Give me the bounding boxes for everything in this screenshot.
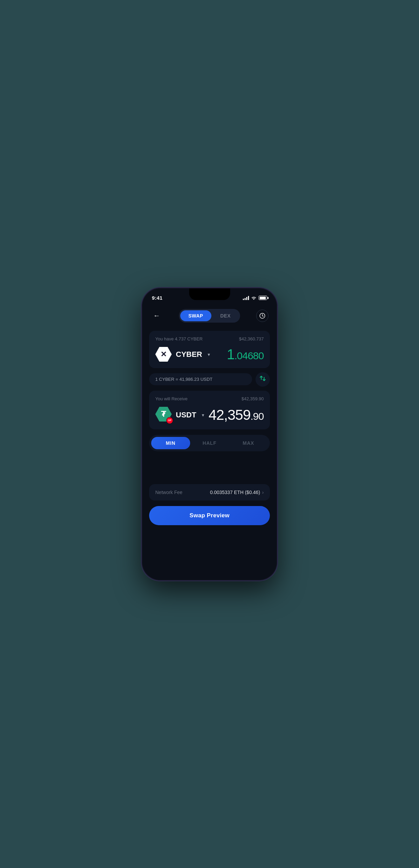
exchange-rate-row: 1 CYBER = 41,986.23 USDT (149, 372, 270, 387)
main-content: You have 4.737 CYBER $42,360.737 ✕ CYBER… (142, 328, 277, 580)
half-button[interactable]: HALF (190, 437, 229, 449)
swap-arrows-icon (259, 375, 266, 384)
to-amount-whole: 42,359 (209, 407, 250, 423)
to-token-dropdown-icon: ▾ (202, 412, 204, 418)
tab-dex[interactable]: DEX (212, 310, 239, 321)
fee-value: 0.0035337 ETH ($0.46) (210, 490, 260, 495)
from-label: You have 4.737 CYBER (155, 336, 202, 341)
to-label-row: You will Receive $42,359.90 (155, 396, 264, 401)
wifi-icon (251, 295, 257, 301)
fee-value-row: 0.0035337 ETH ($0.46) › (210, 490, 264, 495)
to-amount-decimal: .90 (250, 411, 264, 422)
to-usd-value: $42,359.90 (241, 396, 264, 401)
status-icons (243, 295, 267, 301)
to-token-name: USDT (176, 411, 196, 419)
to-token-selector[interactable]: ₮ OP USDT ▾ (155, 406, 204, 424)
to-token-row: ₮ OP USDT ▾ 42,359.90 (155, 406, 264, 424)
tab-swap[interactable]: SWAP (180, 310, 211, 321)
back-button[interactable]: ← (150, 310, 163, 322)
amount-buttons-container: MIN HALF MAX (149, 435, 270, 451)
to-section: You will Receive $42,359.90 ₮ OP (149, 391, 270, 429)
exchange-rate-pill: 1 CYBER = 41,986.23 USDT (149, 373, 252, 385)
from-amount[interactable]: 1.04680 (227, 346, 264, 363)
bottom-padding (149, 532, 270, 535)
fee-chevron-icon: › (262, 490, 264, 495)
to-label: You will Receive (155, 396, 187, 401)
to-amount: 42,359.90 (209, 407, 264, 423)
op-badge: OP (166, 417, 173, 424)
from-token-selector[interactable]: ✕ CYBER ▾ (155, 346, 210, 363)
phone-frame: 9:41 (142, 288, 277, 580)
from-usd-value: $42,360.737 (239, 336, 264, 341)
from-section: You have 4.737 CYBER $42,360.737 ✕ CYBER… (149, 331, 270, 368)
back-arrow-icon: ← (153, 312, 160, 320)
max-button[interactable]: MAX (229, 437, 268, 449)
from-amount-decimal: .04680 (234, 350, 264, 361)
usdt-t-icon: ₮ (161, 410, 166, 419)
cyber-x-icon: ✕ (160, 350, 167, 359)
from-token-dropdown-icon: ▾ (208, 352, 210, 357)
cyber-token-icon: ✕ (155, 346, 172, 363)
status-time: 9:41 (152, 295, 162, 301)
swap-preview-button[interactable]: Swap Preview (149, 506, 270, 525)
notch (189, 288, 230, 300)
tab-container: SWAP DEX (179, 309, 240, 323)
battery-icon (259, 296, 267, 300)
nav-header: ← SWAP DEX (142, 306, 277, 328)
signal-bars-icon (243, 296, 249, 300)
spacer (149, 457, 270, 484)
from-label-row: You have 4.737 CYBER $42,360.737 (155, 336, 264, 341)
min-button[interactable]: MIN (151, 437, 190, 449)
swap-direction-button[interactable] (256, 372, 270, 387)
usdt-token-icon: ₮ OP (155, 406, 172, 424)
phone-screen: 9:41 (142, 288, 277, 580)
network-fee-section[interactable]: Network Fee 0.0035337 ETH ($0.46) › (149, 484, 270, 501)
exchange-rate-text: 1 CYBER = 41,986.23 USDT (155, 377, 212, 382)
from-token-row: ✕ CYBER ▾ 1.04680 (155, 346, 264, 363)
history-button[interactable] (256, 310, 269, 322)
from-token-name: CYBER (176, 350, 202, 359)
fee-label: Network Fee (155, 490, 182, 495)
history-icon (259, 313, 265, 319)
from-amount-whole: 1 (227, 346, 234, 362)
